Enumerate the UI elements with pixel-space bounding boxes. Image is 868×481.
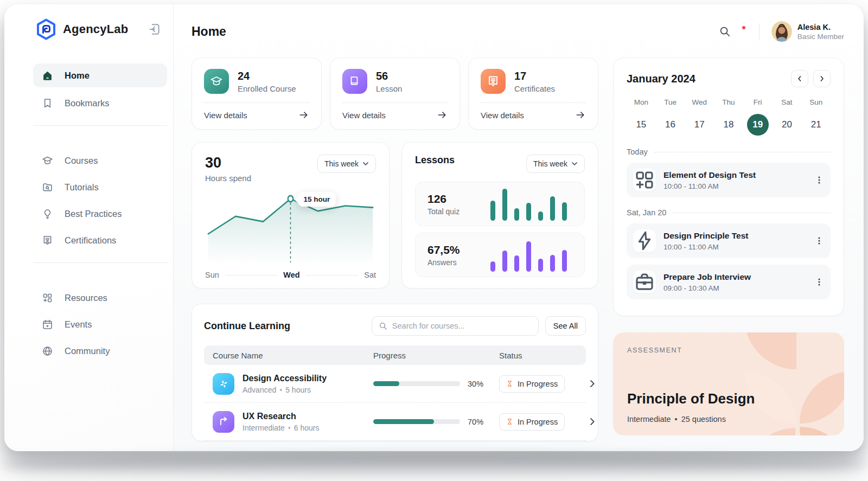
arrow-right-icon [437,110,448,120]
event-time: 09:00 - 10:30 AM [663,284,751,292]
stat-label: Lesson [376,84,402,93]
kebab-menu-icon[interactable] [814,277,824,287]
status-badge: In Progress [499,375,565,393]
sidebar-item-tutorials[interactable]: Tutorials [33,174,167,201]
search-icon [379,322,387,330]
calendar-date-21[interactable]: 21 [805,114,827,136]
grid-plus-icon [633,169,656,191]
home-icon [42,70,53,81]
chevron-right-icon[interactable] [587,379,597,389]
sidebar-item-certifications[interactable]: Certifications [33,227,167,254]
calendar-date-18[interactable]: 18 [718,114,739,136]
graduation-cap-icon [204,69,229,94]
stat-value: 56 [376,70,402,82]
calendar-next-button[interactable] [813,70,831,87]
page-title: Home [192,24,719,39]
lessons-title: Lessons [415,155,455,166]
search-icon[interactable] [719,25,731,37]
event-tile[interactable]: Design Principle Test 10:00 - 11:00 AM [627,223,831,258]
sidebar-item-home[interactable]: Home [33,63,167,87]
lessons-range-dropdown[interactable]: This week [526,155,585,173]
sidebar-item-label: Best Practices [65,209,122,219]
right-column: January 2024 MonTueWedThuFriSatSun151617… [613,57,844,441]
calendar-date-19[interactable]: 19 [747,114,769,136]
user-name: Alesia K. [797,23,844,31]
hourglass-icon [506,418,513,425]
calendar-prev-button[interactable] [791,70,808,87]
sidebar-item-resources[interactable]: Resources [33,285,167,311]
hours-line-chart: 15 hour [205,190,376,267]
sidebar: AgencyLab Home Bookmarks Courses Tutoria… [4,4,174,451]
mini-label: Total quiz [427,207,459,216]
calendar-card: January 2024 MonTueWedThuFriSatSun151617… [613,57,844,316]
certificate-icon [42,235,53,246]
hours-value: 30 [205,155,251,171]
event-tile[interactable]: Prepare Job Interview 09:00 - 10:30 AM [627,265,831,299]
view-details-link[interactable]: View details [481,110,586,120]
view-details-link[interactable]: View details [342,110,448,120]
status-badge: In Progress [499,413,565,431]
chevron-down-icon [362,161,369,167]
course-name: UX Research [242,412,319,421]
sidebar-item-courses[interactable]: Courses [33,147,167,174]
event-time: 10:00 - 11:00 AM [663,243,748,251]
dashed-divider [204,102,309,103]
view-details-link[interactable]: View details [204,110,309,120]
corner-arrow-icon [213,411,234,433]
course-row[interactable]: UX Research Intermediate•6 hours 70% In … [204,403,586,441]
course-search-input[interactable] [392,322,532,330]
sidebar-item-label: Tutorials [65,182,99,193]
topbar: Home [192,17,844,46]
mini-value: 126 [427,193,459,206]
course-row[interactable]: Design Accessibility Advanced•5 hours 30… [204,365,586,403]
hours-axis: Sun Wed Sat [205,271,376,279]
lightning-icon [633,229,656,252]
chevron-right-icon[interactable] [587,416,597,427]
calendar-month: January 2024 [627,73,791,85]
bookmark-icon [42,98,53,109]
sidebar-item-best-practices[interactable]: Best Practices [33,201,167,227]
calendar-date-20[interactable]: 20 [776,114,797,136]
app-window: AgencyLab Home Bookmarks Courses Tutoria… [4,4,864,451]
assessment-card[interactable]: ASSESSMENT Principle of Design Intermedi… [613,332,844,435]
mini-label: Answers [427,258,460,267]
event-tile[interactable]: Element of Design Test 10:00 - 11:00 AM [627,163,831,197]
stat-value: 24 [238,70,296,82]
window-shadow [1,454,867,475]
see-all-button[interactable]: See All [545,316,586,336]
folder-search-icon [42,182,53,193]
calendar-section-label: Sat, Jan 20 [627,208,831,217]
calendar-date-15[interactable]: 15 [630,114,652,136]
book-icon [342,69,367,94]
collapse-sidebar-icon[interactable] [147,22,161,36]
decorative-shape [800,371,844,424]
user-role: Basic Member [797,33,844,41]
sidebar-item-community[interactable]: Community [33,338,167,364]
sidebar-item-label: Certifications [65,235,116,246]
calendar-date-16[interactable]: 16 [660,114,681,136]
kebab-menu-icon[interactable] [814,175,824,185]
continue-learning-title: Continue Learning [204,320,365,332]
decorative-shape [800,427,844,435]
certificate-icon [481,69,506,94]
progress-cell: 70% [373,418,499,426]
sidebar-item-label: Courses [65,156,98,166]
mini-value: 67,5% [427,243,460,256]
sidebar-item-events[interactable]: Events [33,311,167,338]
content-area: Home [174,4,864,451]
topbar-divider [759,23,760,40]
sidebar-item-bookmarks[interactable]: Bookmarks [33,90,167,117]
mini-bar-chart [490,187,567,221]
user-menu[interactable]: Alesia K. Basic Member [771,21,844,42]
stat-card-certificates: 17 Certificates View details [468,57,598,130]
kebab-menu-icon[interactable] [814,236,824,246]
calendar-date-17[interactable]: 17 [688,114,710,136]
sidebar-item-label: Resources [65,293,107,303]
day-name: Tue [656,98,685,106]
event-time: 10:00 - 11:00 AM [663,182,756,190]
notification-dot [742,25,746,30]
hourglass-icon [506,380,513,387]
hours-range-dropdown[interactable]: This week [317,155,376,173]
table-header: Course Name Progress Status [204,345,586,365]
stat-value: 17 [514,70,555,82]
